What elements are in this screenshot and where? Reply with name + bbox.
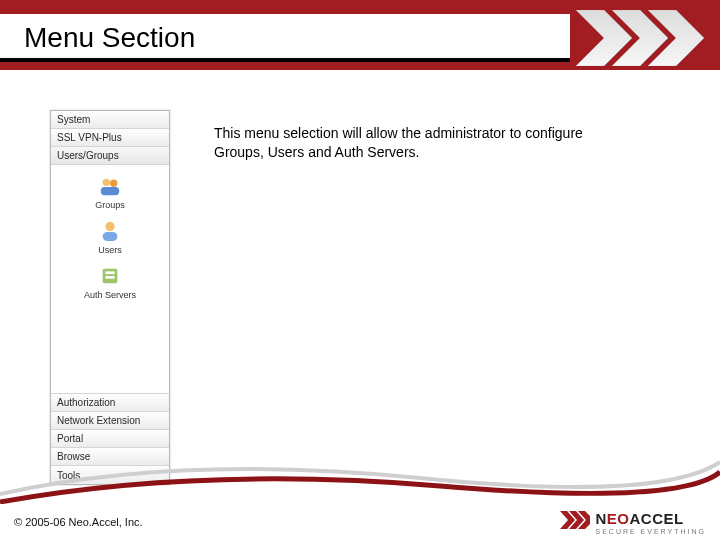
brand-name-accent: EO xyxy=(607,510,630,527)
brand-logo-icon xyxy=(560,507,590,537)
menu-panel: System SSL VPN-Plus Users/Groups Groups … xyxy=(50,110,170,485)
menu-item-browse[interactable]: Browse xyxy=(51,448,169,466)
menu-item-label: Users/Groups xyxy=(57,150,119,161)
menu-item-users-groups[interactable]: Users/Groups xyxy=(51,147,169,165)
svg-rect-6 xyxy=(105,271,114,274)
svg-rect-2 xyxy=(101,187,119,195)
submenu-item-label: Users xyxy=(98,245,122,255)
brand-name-post: ACCEL xyxy=(630,510,684,527)
brand-name-pre: N xyxy=(596,510,607,527)
submenu-item-label: Groups xyxy=(95,200,125,210)
submenu-item-label: Auth Servers xyxy=(84,290,136,300)
svg-rect-7 xyxy=(105,276,114,279)
brand-tagline: SECURE EVERYTHING xyxy=(596,528,707,535)
svg-point-1 xyxy=(110,180,117,187)
menu-item-label: System xyxy=(57,114,90,125)
menu-item-label: SSL VPN-Plus xyxy=(57,132,122,143)
menu-item-authorization[interactable]: Authorization xyxy=(51,394,169,412)
main-area: System SSL VPN-Plus Users/Groups Groups … xyxy=(0,70,720,490)
copyright: © 2005-06 Neo.Accel, Inc. xyxy=(14,516,143,528)
svg-point-0 xyxy=(103,179,110,186)
menu-item-label: Network Extension xyxy=(57,415,140,426)
explanation-text: This menu selection will allow the admin… xyxy=(214,124,594,162)
menu-spacer xyxy=(51,314,169,394)
menu-item-label: Tools xyxy=(57,470,80,481)
brand: NEOACCEL SECURE EVERYTHING xyxy=(560,507,707,537)
groups-icon xyxy=(99,175,121,197)
menu-item-portal[interactable]: Portal xyxy=(51,430,169,448)
submenu-item-groups[interactable]: Groups xyxy=(51,169,169,214)
menu-item-ssl-vpn-plus[interactable]: SSL VPN-Plus xyxy=(51,129,169,147)
svg-point-3 xyxy=(105,222,114,231)
menu-item-tools[interactable]: Tools xyxy=(51,466,169,484)
menu-item-system[interactable]: System xyxy=(51,111,169,129)
submenu-item-users[interactable]: Users xyxy=(51,214,169,259)
auth-servers-icon xyxy=(99,265,121,287)
page-title: Menu Section xyxy=(0,14,570,54)
menu-item-label: Portal xyxy=(57,433,83,444)
footer: © 2005-06 Neo.Accel, Inc. NEOACCEL SECUR… xyxy=(0,504,720,540)
menu-item-network-extension[interactable]: Network Extension xyxy=(51,412,169,430)
title-bar: Menu Section xyxy=(0,14,570,62)
submenu-users-groups: Groups Users Auth Servers xyxy=(51,165,169,314)
menu-item-label: Browse xyxy=(57,451,90,462)
brand-text: NEOACCEL SECURE EVERYTHING xyxy=(596,510,707,535)
submenu-item-auth-servers[interactable]: Auth Servers xyxy=(51,259,169,304)
svg-rect-4 xyxy=(103,232,118,241)
header-arrows-icon xyxy=(574,10,704,70)
menu-item-label: Authorization xyxy=(57,397,115,408)
users-icon xyxy=(99,220,121,242)
